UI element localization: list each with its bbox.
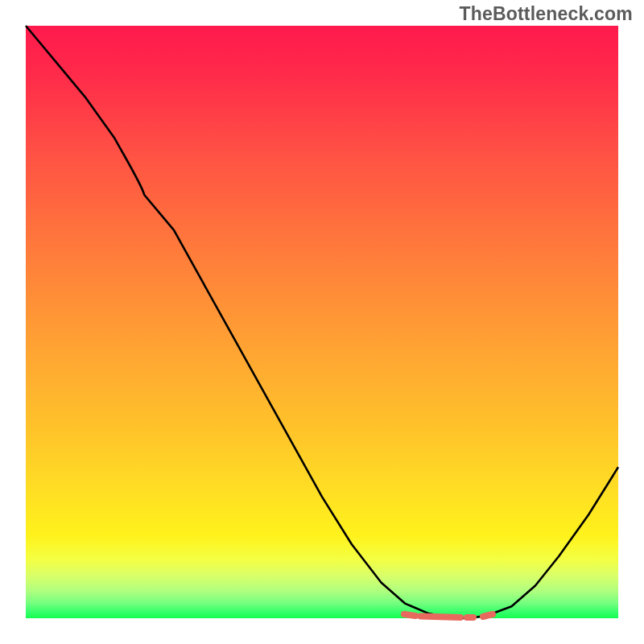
svg-line-1 [420,617,460,618]
plot-area [26,26,618,618]
bottleneck-curve-path [26,26,618,618]
svg-line-3 [483,614,493,617]
watermark-text: TheBottleneck.com [459,3,633,25]
svg-line-0 [404,614,415,616]
bottleneck-curve-svg [26,26,618,618]
chart-container: TheBottleneck.com [0,0,644,644]
